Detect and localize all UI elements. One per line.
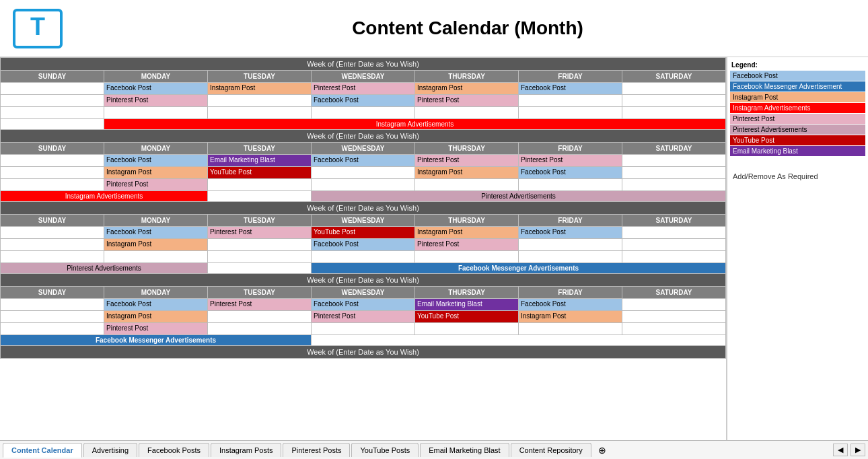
page-title: Content Calendar (Month): [78, 17, 857, 39]
tab-nav: ◀ ▶: [833, 444, 865, 456]
legend-item-pinterest-post: Pinterest Post: [730, 114, 865, 124]
table-row: Instagram Post YouTube Post Instagram Po…: [1, 167, 726, 179]
week2-header: Week of (Enter Date as You Wish): [1, 130, 726, 143]
header: T Content Calendar (Month): [0, 0, 868, 57]
week4-header-row: Week of (Enter Date as You Wish): [1, 274, 726, 287]
tab-nav-right[interactable]: ▶: [851, 444, 865, 456]
day-header-mon: MONDAY: [104, 71, 208, 83]
tab-add-button[interactable]: ⊕: [593, 444, 612, 457]
table-row: Instagram Post Pinterest Post YouTube Po…: [1, 311, 726, 323]
week4-header: Week of (Enter Date as You Wish): [1, 274, 726, 287]
table-row: Instagram Advertisements: [1, 119, 726, 130]
week1-header-row: Week of (Enter Date as You Wish): [1, 58, 726, 71]
legend-item-fb-messenger: Facebook Messenger Advertisement: [730, 81, 865, 92]
table-row: Pinterest Advertisements Facebook Messen…: [1, 263, 726, 274]
logo-icon: T: [11, 7, 65, 50]
table-row: Facebook Post Pinterest Post Facebook Po…: [1, 299, 726, 311]
title-area: Content Calendar (Month): [78, 17, 857, 39]
legend-item-youtube-post: YouTube Post: [730, 135, 865, 145]
tab-advertising[interactable]: Advertising: [83, 443, 137, 457]
tab-content-calendar[interactable]: Content Calendar: [3, 443, 82, 458]
legend-item-fb-post: Facebook Post: [730, 71, 865, 81]
tab-youtube-posts[interactable]: YouTube Posts: [351, 443, 419, 457]
day-header-tue: TUESDAY: [208, 71, 312, 83]
svg-text:T: T: [30, 13, 45, 40]
week2-day-headers: SUNDAY MONDAY TUESDAY WEDNESDAY THURSDAY…: [1, 143, 726, 155]
table-row: Instagram Post Facebook Post Pinterest P…: [1, 239, 726, 251]
table-row: Facebook Post Email Marketing Blast Face…: [1, 155, 726, 167]
legend-item-email-blast: Email Marketing Blast: [730, 146, 865, 156]
day-header-wed: WEDNESDAY: [312, 71, 415, 83]
legend-item-instagram-ad: Instagram Advertisements: [730, 103, 865, 113]
week5-header-row: Week of (Enter Date as You Wish): [1, 346, 726, 359]
legend-add-note: Add/Remove As Required: [730, 170, 865, 183]
table-row: Pinterest Post Facebook Post Pinterest P…: [1, 95, 726, 107]
week2-header-row: Week of (Enter Date as You Wish): [1, 130, 726, 143]
tab-bar: Content Calendar Advertising Facebook Po…: [0, 440, 868, 459]
week3-day-headers: SUNDAY MONDAY TUESDAY WEDNESDAY THURSDAY…: [1, 215, 726, 227]
week3-header-row: Week of (Enter Date as You Wish): [1, 202, 726, 215]
legend-area: Legend: Facebook Post Facebook Messenger…: [727, 57, 868, 440]
table-row: Pinterest Post: [1, 179, 726, 191]
legend-item-pinterest-ad: Pinterest Advertisements: [730, 125, 865, 135]
table-row: Facebook Post Pinterest Post YouTube Pos…: [1, 227, 726, 239]
table-row: Pinterest Post: [1, 323, 726, 335]
table-row: [1, 107, 726, 119]
tab-instagram-posts[interactable]: Instagram Posts: [211, 443, 281, 457]
legend-title: Legend:: [730, 60, 865, 70]
week1-day-headers: SUNDAY MONDAY TUESDAY WEDNESDAY THURSDAY…: [1, 71, 726, 83]
week1-header: Week of (Enter Date as You Wish): [1, 58, 726, 71]
table-row: Instagram Advertisements Pinterest Adver…: [1, 191, 726, 202]
calendar-area[interactable]: Week of (Enter Date as You Wish) SUNDAY …: [0, 57, 727, 440]
week3-header: Week of (Enter Date as You Wish): [1, 202, 726, 215]
table-row: Facebook Messenger Advertisements: [1, 335, 726, 346]
legend-item-instagram-post: Instagram Post: [730, 92, 865, 102]
day-header-thu: THURSDAY: [415, 71, 519, 83]
day-header-fri: FRIDAY: [519, 71, 622, 83]
week5-header: Week of (Enter Date as You Wish): [1, 346, 726, 359]
main-area: Week of (Enter Date as You Wish) SUNDAY …: [0, 57, 868, 440]
tab-content-repository[interactable]: Content Repository: [511, 443, 591, 457]
app-container: T Content Calendar (Month) Week of (Ente…: [0, 0, 868, 459]
week4-day-headers: SUNDAY MONDAY TUESDAY WEDNESDAY THURSDAY…: [1, 287, 726, 299]
tab-nav-left[interactable]: ◀: [833, 444, 848, 456]
tab-email-marketing[interactable]: Email Marketing Blast: [420, 443, 509, 457]
day-header-sun: SUNDAY: [1, 71, 104, 83]
table-row: [1, 251, 726, 263]
tab-facebook-posts[interactable]: Facebook Posts: [139, 443, 209, 457]
tab-pinterest-posts[interactable]: Pinterest Posts: [283, 443, 350, 457]
day-header-sat: SATURDAY: [622, 71, 726, 83]
table-row: Facebook Post Instagram Post Pinterest P…: [1, 83, 726, 95]
